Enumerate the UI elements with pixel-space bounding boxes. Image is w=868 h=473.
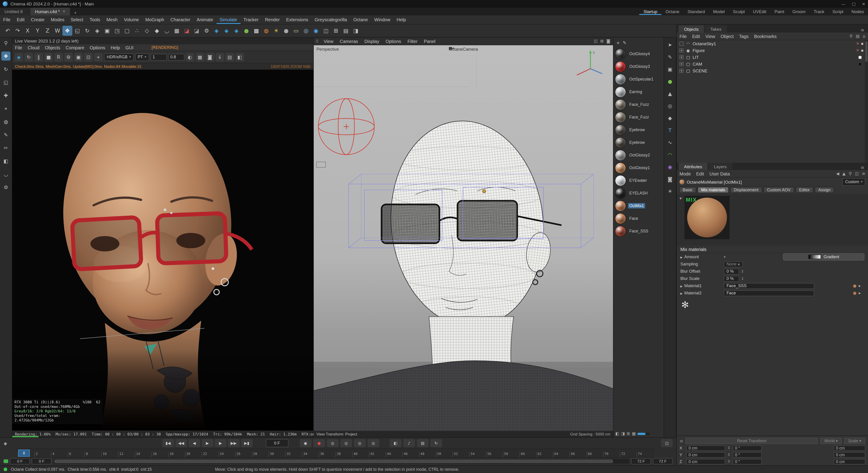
move-tool-icon[interactable]: ✥ <box>62 26 72 36</box>
coord-system-toggle[interactable]: W <box>53 26 62 36</box>
menubar-item[interactable]: Mesh <box>103 16 121 24</box>
vp-camera-icon[interactable]: ◙ <box>607 39 610 43</box>
gorilla-icon[interactable]: ◍ <box>261 26 271 36</box>
coord-mode-dropdown[interactable]: Scale ▾ <box>844 438 865 444</box>
stepper-icon[interactable]: ↕ <box>727 446 730 450</box>
lv-menu-item[interactable]: Options <box>87 45 108 50</box>
layout-tab[interactable]: Octane <box>661 8 683 15</box>
manager-tab[interactable]: Takes <box>705 25 727 33</box>
menubar-item[interactable]: File <box>0 16 13 24</box>
sphere-green-icon[interactable]: ● <box>665 77 675 86</box>
redo-icon[interactable]: ↷ <box>13 26 23 36</box>
field-icon[interactable]: ◉ <box>665 162 675 171</box>
pause-render-icon[interactable]: ‖ <box>34 53 43 61</box>
material-preview-sphere[interactable] <box>615 49 626 59</box>
axis-x-toggle[interactable]: X <box>23 26 33 36</box>
menubar-item[interactable]: Select <box>68 16 87 24</box>
position-field[interactable]: 0 cm <box>686 459 725 464</box>
material-item[interactable]: OctSpecular1 <box>614 73 664 86</box>
link-arrow-icon[interactable]: ▸ <box>859 291 861 295</box>
material-preview-sphere[interactable] <box>615 226 626 236</box>
layout-tab[interactable]: Startup <box>640 8 661 15</box>
play-button[interactable]: ▶ <box>202 439 213 447</box>
menubar-item[interactable]: Greyscalegorilla <box>311 16 350 24</box>
move-tool-icon[interactable]: ✥ <box>1 52 10 61</box>
material-preview-sphere[interactable] <box>615 61 626 72</box>
platonic-icon[interactable]: ◆ <box>665 114 675 122</box>
sky-sun-icon[interactable]: ☀ <box>271 26 281 36</box>
tab-close-icon[interactable]: ✕ <box>62 9 65 13</box>
layout-single-icon[interactable]: ◫ <box>321 26 331 36</box>
expander-icon[interactable]: ▸ <box>680 283 682 288</box>
lv-menu-item[interactable]: Cloud <box>25 45 42 50</box>
object-tree-row[interactable]: + ◉ Figure ✕ ▪ <box>677 47 868 54</box>
material1-link-field[interactable]: Face_SSS <box>724 283 814 289</box>
timeline-ruler[interactable]: 0 02468101214161820222426283032343638404… <box>17 449 654 457</box>
stepper-icon[interactable]: ↕ <box>727 453 730 457</box>
viewport-menu-item[interactable]: Options <box>382 39 404 43</box>
expander-icon[interactable]: ▸ <box>680 291 682 296</box>
material-item[interactable]: OctGlossy3 <box>614 60 664 73</box>
material-preview-sphere[interactable] <box>615 99 626 110</box>
last-tool-icon[interactable]: ◈ <box>92 26 102 36</box>
om-menu-item[interactable]: Bookmarks <box>751 34 779 39</box>
axis-z-toggle[interactable]: Z <box>42 26 53 36</box>
range-start-field[interactable]: 0 F <box>10 458 30 465</box>
range-start-marker[interactable] <box>4 460 8 463</box>
object-tag-icon[interactable]: ✕ <box>856 49 859 53</box>
scale-field[interactable]: 0 cm <box>834 445 865 451</box>
attribute-section-tab[interactable]: Custom AOV <box>763 187 794 193</box>
menubar-item[interactable]: Extensions <box>283 16 311 24</box>
menubar-item[interactable]: Animate <box>193 16 216 24</box>
timeline-scrollbar[interactable] <box>53 459 629 464</box>
menubar-item[interactable]: Volume <box>121 16 142 24</box>
resolution-lock-button[interactable]: R <box>54 53 63 61</box>
capsule-icon[interactable]: ▭ <box>291 26 301 36</box>
record-parameter-toggle[interactable]: ◎ <box>367 439 379 447</box>
material-item[interactable]: EYELASH <box>614 187 664 200</box>
material-item[interactable]: Eyebrow <box>614 123 664 136</box>
sound-toggle[interactable]: ♪ <box>403 439 415 447</box>
object-tree-row[interactable]: + ▢ LIT ■ <box>677 54 868 61</box>
blur-offset-field[interactable]: 0 % <box>724 268 739 274</box>
pivot-icon[interactable]: ⌖ <box>1 104 10 113</box>
rotation-field[interactable]: 0 ° <box>733 445 762 451</box>
aov-icon[interactable]: ▤ <box>225 53 234 61</box>
object-tree-row[interactable]: + ▢ SCENE <box>677 67 868 74</box>
attribute-section-tab[interactable]: Assign <box>815 187 834 193</box>
undo-icon[interactable]: ↶ <box>3 26 13 36</box>
material-preview-sphere[interactable] <box>615 125 626 135</box>
material-picker-icon[interactable]: ⌖ <box>94 53 103 61</box>
om-menu-item[interactable]: Object <box>718 34 737 39</box>
object-tag-icon[interactable]: ■ <box>858 62 862 66</box>
menubar-item[interactable]: Edit <box>13 16 28 24</box>
object-tree-row[interactable]: ◠ OctaneSky1 ✕ ▪ <box>677 40 868 47</box>
menubar-item[interactable]: Render <box>262 16 283 24</box>
object-tag-icon[interactable]: ▪ <box>861 49 864 53</box>
edges-mode-icon[interactable]: ◇ <box>142 26 152 36</box>
view-double-icon[interactable]: ◨ <box>621 432 625 436</box>
gradient-shader-button[interactable]: Gradient <box>783 253 864 261</box>
viewport-canvas[interactable]: Y Perspective OctaneCamera <box>314 45 613 431</box>
octane-node-editor-icon[interactable]: ◈ <box>221 26 231 36</box>
attr-back-icon[interactable]: ◀ <box>836 171 839 176</box>
axis-y-toggle[interactable]: Y <box>33 26 42 36</box>
viewport-menu-item[interactable]: Filter <box>404 39 421 43</box>
points-mode-icon[interactable]: ∴ <box>132 26 142 36</box>
goto-start-button[interactable]: ▮◀ <box>162 439 174 447</box>
layout-rows-icon[interactable]: ▤ <box>341 26 351 36</box>
expander-icon[interactable]: + <box>680 62 684 66</box>
material-preview-sphere[interactable] <box>615 162 626 173</box>
gamma-field[interactable] <box>168 54 184 60</box>
attribute-tab[interactable]: Layers <box>708 163 732 170</box>
object-tag-icon[interactable]: ✕ <box>856 41 859 46</box>
viewport-name-label[interactable]: Perspective <box>316 47 339 52</box>
manager-tab[interactable]: Objects <box>679 25 704 33</box>
menubar-item[interactable]: MoGraph <box>142 16 167 24</box>
close-button[interactable]: ✕ <box>862 2 865 6</box>
lock-resolution-icon[interactable]: ▣ <box>74 53 83 61</box>
material-item[interactable]: Earring <box>614 86 664 98</box>
layout-tab[interactable]: Groom <box>788 8 810 15</box>
lv-menu-item[interactable]: Help <box>108 45 123 50</box>
material-item[interactable]: EYEwater <box>614 174 664 187</box>
